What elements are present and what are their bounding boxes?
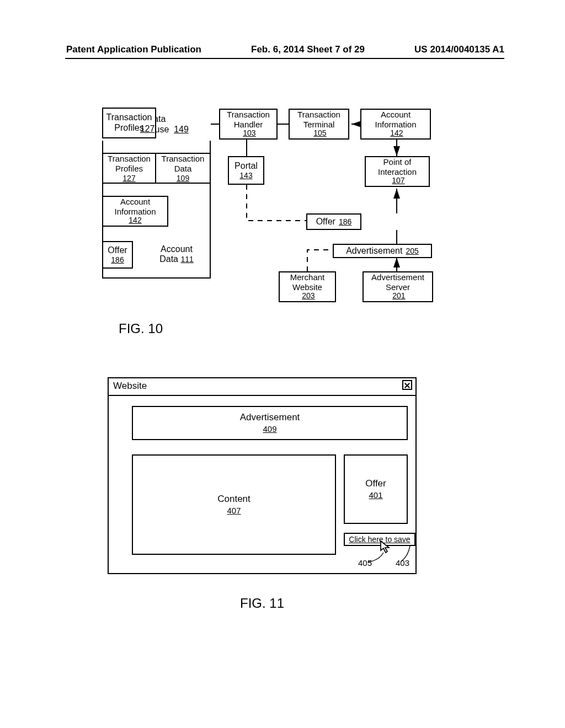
fig11-caption: FIG. 11 [240, 596, 284, 611]
offer-left-box: Offer 186 [102, 241, 133, 269]
header-right: US 2014/0040135 A1 [414, 44, 504, 55]
portal-box: Portal 143 [228, 156, 264, 185]
link-ref-num: 403 [396, 558, 409, 568]
figure-11-window: Website Advertisement 409 Content 407 Of… [108, 377, 417, 574]
account-info-right: Account Information 142 [360, 109, 431, 140]
data-warehouse-num: 149 [174, 125, 189, 134]
fig11-leaders [109, 378, 418, 577]
account-data-label: Account Data 111 [152, 244, 201, 264]
transaction-profiles-box: Transaction Profiles 127 [102, 108, 156, 138]
advertisement-server-box: Advertisement Server 201 [363, 271, 433, 302]
transaction-data-cell: Transaction Data 109 [155, 153, 211, 184]
transaction-terminal: Transaction Terminal 105 [289, 109, 349, 140]
page-header: Patent Application Publication Feb. 6, 2… [0, 44, 565, 55]
transaction-profiles-cell: Transaction Profiles 127 [102, 153, 156, 184]
figure-10: Data Warehouse 149 Transaction Profiles … [102, 108, 444, 317]
fig10-caption: FIG. 10 [119, 321, 163, 336]
header-left: Patent Application Publication [66, 44, 201, 55]
point-of-interaction-box: Point of Interaction 107 [365, 156, 430, 187]
transaction-handler: Transaction Handler 103 [219, 109, 278, 140]
header-rule [65, 58, 504, 59]
offer-mid-box: Offer 186 [306, 213, 361, 230]
account-info-left-box: Account Information 142 [102, 196, 168, 227]
cursor-ref-num: 405 [358, 558, 372, 568]
transaction-profiles-num: 127 [140, 124, 155, 134]
merchant-website-box: Merchant Website 203 [279, 271, 336, 302]
advertisement-mid-box: Advertisement 205 [333, 244, 432, 258]
header-mid: Feb. 6, 2014 Sheet 7 of 29 [251, 44, 365, 55]
